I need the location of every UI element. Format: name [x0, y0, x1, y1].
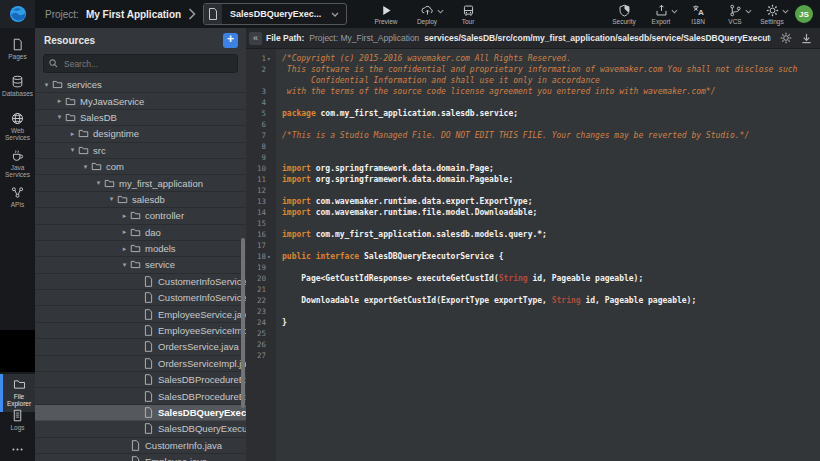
settings-button[interactable]: Settings [758, 0, 786, 25]
tree-folder-service[interactable]: ▾service [35, 257, 246, 273]
user-avatar[interactable]: JS [795, 5, 813, 23]
line-number: 27 [246, 350, 266, 361]
rail-divider [0, 330, 35, 372]
chevron-down-icon [437, 9, 444, 14]
rail-item-label: Pages [8, 53, 26, 60]
rail-item-databases[interactable]: Databases [0, 75, 35, 97]
i18n-button[interactable]: AI18N [684, 0, 712, 25]
line-number: 12 [246, 185, 266, 196]
tree-file-SalesDBQueryExecutorService.java[interactable]: SalesDBQueryExecutorService.java [35, 405, 246, 421]
folder-icon [78, 128, 93, 139]
collapse-panel-button[interactable]: « [249, 32, 262, 45]
tree-file-OrdersServiceImpl.java[interactable]: OrdersServiceImpl.java [35, 356, 246, 372]
rail-item-label: Logs [10, 424, 24, 431]
code-line: 27 [246, 350, 820, 361]
file-icon [143, 374, 158, 385]
rail-item-label: File Explorer [3, 393, 35, 407]
line-number: 15 [246, 218, 266, 229]
line-number: 19 [246, 262, 266, 273]
project-label: Project: [45, 9, 79, 20]
download-file-icon[interactable] [801, 33, 812, 44]
tree-file-EmployeeServiceImpl.java[interactable]: EmployeeServiceImpl.java [35, 323, 246, 339]
code-line: 19 [246, 262, 820, 273]
file-icon [143, 423, 158, 434]
tree-folder-my_first_application[interactable]: ▾my_first_application [35, 175, 246, 191]
editor-settings-gear-icon[interactable] [780, 32, 792, 44]
rail-item-file-explorer[interactable]: File Explorer [0, 374, 35, 412]
code-line: 23 [246, 306, 820, 317]
file-icon [143, 341, 158, 352]
rail-item-apis[interactable]: APIs [0, 186, 35, 208]
tree-item-label: SalesDB [80, 112, 117, 123]
search-input[interactable] [62, 58, 232, 70]
rail-item-more[interactable] [0, 443, 35, 456]
code-line: 4 [246, 97, 820, 108]
code-line: 7/*This is a Studio Managed File. DO NOT… [246, 130, 820, 141]
tree-folder-com[interactable]: ▾com [35, 159, 246, 175]
tree-file-CustomerInfoServiceImpl.java[interactable]: CustomerInfoServiceImpl.java [35, 290, 246, 306]
i18n-icon: A [692, 4, 705, 17]
line-number: 25 [246, 328, 266, 339]
tree-item-label: CustomerInfo.java [145, 440, 222, 451]
rail-item-pages[interactable]: Pages [0, 38, 35, 60]
code-line: 16import com.my_first_application.salesd… [246, 229, 820, 240]
tree-item-label: OrdersService.java [158, 341, 239, 352]
tree-folder-controller[interactable]: ▸controller [35, 208, 246, 224]
tree-file-SalesDBProcedureExecutorServiceImpl.java[interactable]: SalesDBProcedureExecutorServiceImpl.java [35, 388, 246, 404]
tree-item-label: services [67, 79, 102, 90]
tree-file-OrdersService.java[interactable]: OrdersService.java [35, 339, 246, 355]
tree-folder-designtime[interactable]: ▸designtime [35, 126, 246, 142]
tree-item-label: EmployeeService.java [158, 309, 246, 320]
tree-file-SalesDBProcedureExecutorService.java[interactable]: SalesDBProcedureExecutorService.java [35, 372, 246, 388]
vcs-button[interactable]: VCS [721, 0, 749, 25]
security-button[interactable]: Security [610, 0, 638, 25]
fold-toggle-icon[interactable]: ▾ [267, 251, 271, 262]
code-line: 2 This software is the confidential and … [246, 64, 820, 75]
tree-file-CustomerInfo.java[interactable]: CustomerInfo.java [35, 438, 246, 454]
folder-icon [130, 259, 145, 270]
rail-item-java-services[interactable]: Java Services [0, 149, 35, 178]
folder-icon [130, 227, 145, 238]
tree-folder-services[interactable]: ▾services [35, 77, 246, 93]
tree-file-EmployeeService.java[interactable]: EmployeeService.java [35, 306, 246, 322]
rail-item-label: Databases [2, 90, 33, 97]
line-number: 4 [246, 97, 266, 108]
open-file-tab[interactable]: SalesDBQueryExec... [203, 3, 347, 25]
tree-folder-models[interactable]: ▸models [35, 241, 246, 257]
wavemaker-logo [0, 0, 35, 28]
add-resource-button[interactable]: + [223, 33, 238, 48]
folder-icon [65, 112, 80, 123]
export-button[interactable]: Export [647, 0, 675, 25]
tree-folder-SalesDB[interactable]: ▾SalesDB [35, 110, 246, 126]
preview-button[interactable]: Preview [372, 0, 400, 25]
tree-item-label: dao [145, 227, 161, 238]
tree-folder-src[interactable]: ▾src [35, 143, 246, 159]
deploy-button[interactable]: Deploy [413, 0, 441, 25]
code-line: 26 [246, 339, 820, 350]
tree-file-CustomerInfoService.java[interactable]: CustomerInfoService.java [35, 274, 246, 290]
file-icon [143, 391, 158, 402]
chevron-down-icon: ▾ [93, 179, 104, 187]
tour-label: Tour [462, 18, 475, 25]
chevron-down-icon: ▾ [80, 163, 91, 171]
code-editor[interactable]: 1▾/*Copyright (c) 2015-2016 wavemaker.co… [246, 49, 820, 461]
fold-toggle-icon[interactable]: ▾ [267, 53, 271, 64]
folder-icon [130, 243, 145, 254]
rail-item-logs[interactable]: Logs [0, 409, 35, 431]
top-header: Project: My First Application SalesDBQue… [0, 0, 820, 29]
tree-folder-MyJavaService[interactable]: ▸MyJavaService [35, 93, 246, 109]
tree-folder-dao[interactable]: ▸dao [35, 225, 246, 241]
tree-file-SalesDBQueryExecutorServiceImpl.java[interactable]: SalesDBQueryExecutorServiceImpl.java [35, 421, 246, 437]
tree-file-Employee.java[interactable]: Employee.java [35, 454, 246, 461]
tree-scrollbar-thumb[interactable] [241, 238, 245, 408]
chevron-down-icon [329, 12, 346, 17]
code-line: 8 [246, 141, 820, 152]
tree-item-label: designtime [93, 128, 139, 139]
rail-item-web-services[interactable]: Web Services [0, 112, 35, 141]
line-number: 9 [246, 152, 266, 163]
tour-button[interactable]: Tour [454, 0, 482, 25]
line-number: 6 [246, 119, 266, 130]
tree-item-label: EmployeeServiceImpl.java [158, 325, 246, 336]
tree-folder-salesdb[interactable]: ▾salesdb [35, 192, 246, 208]
line-number: 2 [246, 64, 266, 75]
